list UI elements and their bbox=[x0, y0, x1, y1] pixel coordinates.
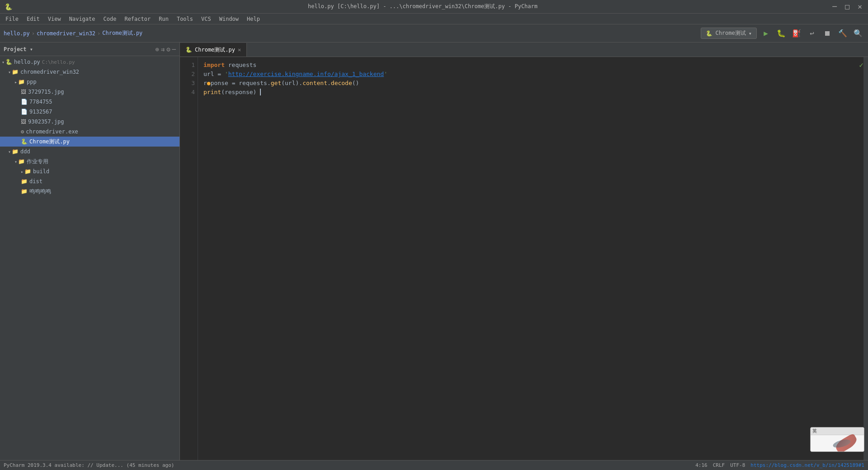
minimize-button[interactable]: ─ bbox=[830, 2, 839, 11]
status-cursor-pos[interactable]: 4:16 bbox=[695, 462, 708, 468]
tree-item-miao[interactable]: 📁 鸣鸣鸣鸣 bbox=[0, 186, 179, 196]
tree-item-chromedriver-exe[interactable]: ⚙ chromedriver.exe bbox=[0, 127, 179, 137]
breadcrumb-chrome-test[interactable]: Chrome测试.py bbox=[102, 29, 142, 37]
code-line-1: import requests bbox=[203, 61, 858, 70]
editor-tabs: 🐍 Chrome测试.py ✕ bbox=[180, 43, 868, 57]
run-button[interactable]: ▶ bbox=[760, 27, 772, 40]
tab-name: Chrome测试.py bbox=[195, 46, 235, 54]
window-controls[interactable]: ─ □ ✕ bbox=[830, 2, 864, 11]
code-line-3: r●ponse = requests.get(url).content.deco… bbox=[203, 79, 858, 88]
maximize-button[interactable]: □ bbox=[843, 2, 852, 11]
breadcrumb-chromedriver[interactable]: chromedriver_win32 bbox=[37, 30, 95, 37]
tree-item-dist[interactable]: 📁 dist bbox=[0, 176, 179, 186]
title-bar: 🐍 hello.py [C:\hello.py] - ...\chromedri… bbox=[0, 0, 868, 14]
tree-item-zuoye[interactable]: ▾ 📁 作业专用 bbox=[0, 157, 179, 166]
menu-vcs[interactable]: VCS bbox=[198, 15, 215, 23]
status-bar: PyCharm 2019.3.4 available: // Update...… bbox=[0, 460, 868, 470]
project-panel-title: Project ▾ bbox=[4, 46, 33, 52]
toolbar: hello.py › chromedriver_win32 › Chrome测试… bbox=[0, 24, 868, 43]
sidebar-panel-icons: ⊕ ⇉ ⚙ ─ bbox=[155, 46, 176, 53]
debug-button[interactable]: 🐛 bbox=[775, 27, 788, 40]
rerun-button[interactable]: ↩ bbox=[806, 27, 818, 40]
sidebar-header: Project ▾ ⊕ ⇉ ⚙ ─ bbox=[0, 43, 179, 56]
menu-navigate[interactable]: Navigate bbox=[66, 15, 99, 23]
line-numbers: 1 2 3 4 bbox=[180, 57, 198, 460]
status-update-text: PyCharm 2019.3.4 available: // Update...… bbox=[4, 462, 175, 468]
coverage-button[interactable]: ⛽ bbox=[790, 27, 803, 40]
tree-item-9132567[interactable]: 📄 9132567 bbox=[0, 107, 179, 117]
menu-run[interactable]: Run bbox=[155, 15, 172, 23]
widget-lang: 英 bbox=[812, 428, 817, 433]
search-button[interactable]: 🔍 bbox=[852, 27, 864, 40]
status-right: 4:16 CRLF UTF-8 https://blog.csdn.net/v_… bbox=[695, 462, 864, 468]
status-line-ending[interactable]: CRLF bbox=[713, 462, 725, 468]
tab-close-button[interactable]: ✕ bbox=[238, 47, 241, 53]
stop-button[interactable]: ⏹ bbox=[821, 27, 834, 40]
menu-file[interactable]: File bbox=[2, 15, 22, 23]
breadcrumb-hello[interactable]: hello.py bbox=[4, 30, 30, 37]
tree-item-ppp[interactable]: ▸ 📁 ppp bbox=[0, 77, 179, 87]
scrollbar-right[interactable] bbox=[863, 57, 868, 460]
main-area: Project ▾ ⊕ ⇉ ⚙ ─ ▾ 🐍 hello.pyC:\hello.p… bbox=[0, 43, 868, 460]
tree-item-chromedriver-win32[interactable]: ▾ 📁 chromedriver_win32 bbox=[0, 67, 179, 77]
code-line-4: print(response) bbox=[203, 88, 858, 97]
tree-item-hello-py[interactable]: ▾ 🐍 hello.pyC:\hello.py bbox=[0, 57, 179, 67]
toolbar-right: 🐍 Chrome测试 ▾ ▶ 🐛 ⛽ ↩ ⏹ 🔨 🔍 bbox=[701, 27, 864, 40]
menu-edit[interactable]: Edit bbox=[23, 15, 43, 23]
status-encoding[interactable]: UTF-8 bbox=[730, 462, 745, 468]
sidebar-icon-locate[interactable]: ⊕ bbox=[155, 46, 159, 53]
sidebar-icon-settings[interactable]: ⚙ bbox=[166, 46, 170, 53]
run-config-name: Chrome测试 bbox=[715, 29, 745, 37]
menu-refactor[interactable]: Refactor bbox=[121, 15, 154, 23]
breadcrumb: hello.py › chromedriver_win32 › Chrome测试… bbox=[4, 29, 698, 37]
code-line-2: url = 'http://exercise.kingname.info/aja… bbox=[203, 70, 858, 79]
tree-item-7784755[interactable]: 📄 7784755 bbox=[0, 97, 179, 107]
editor-area: 🐍 Chrome测试.py ✕ ✓ 1 2 3 4 import request… bbox=[180, 43, 868, 460]
tree-item-9302357[interactable]: 🖼 9302357.jpg bbox=[0, 117, 179, 127]
tree-item-ddd[interactable]: ▾ 📁 ddd bbox=[0, 147, 179, 157]
tree-item-3729715[interactable]: 🖼 3729715.jpg bbox=[0, 87, 179, 97]
app-icon: 🐍 bbox=[4, 2, 13, 11]
menu-bar: File Edit View Navigate Code Refactor Ru… bbox=[0, 14, 868, 24]
tree-item-build[interactable]: ▸ 📁 build bbox=[0, 166, 179, 176]
menu-tools[interactable]: Tools bbox=[173, 15, 197, 23]
menu-code[interactable]: Code bbox=[100, 15, 120, 23]
editor-tab-chrome-test[interactable]: 🐍 Chrome测试.py ✕ bbox=[180, 43, 247, 57]
run-config-selector[interactable]: 🐍 Chrome测试 ▾ bbox=[701, 28, 757, 39]
sidebar-icon-collapse[interactable]: ⇉ bbox=[161, 46, 165, 53]
tab-python-icon: 🐍 bbox=[185, 47, 192, 53]
menu-help[interactable]: Help bbox=[243, 15, 264, 23]
window-title: hello.py [C:\hello.py] - ...\chromedrive… bbox=[15, 3, 830, 10]
status-update-notice[interactable]: PyCharm 2019.3.4 available: // Update...… bbox=[4, 462, 690, 468]
project-sidebar: Project ▾ ⊕ ⇉ ⚙ ─ ▾ 🐍 hello.pyC:\hello.p… bbox=[0, 43, 180, 460]
floating-widget[interactable]: 英 bbox=[810, 427, 864, 452]
widget-header: 英 bbox=[811, 427, 864, 435]
close-button[interactable]: ✕ bbox=[855, 2, 864, 11]
menu-window[interactable]: Window bbox=[216, 15, 242, 23]
menu-view[interactable]: View bbox=[44, 15, 65, 23]
gutter-check-icon: ✓ bbox=[859, 61, 863, 69]
build-button[interactable]: 🔨 bbox=[836, 27, 849, 40]
widget-content[interactable] bbox=[811, 435, 864, 451]
file-tree: ▾ 🐍 hello.pyC:\hello.py ▾ 📁 chromedriver… bbox=[0, 56, 179, 460]
code-editor[interactable]: ✓ 1 2 3 4 import requestsurl = 'http://e… bbox=[180, 57, 868, 460]
sidebar-icon-hide[interactable]: ─ bbox=[172, 46, 176, 53]
tree-item-chrome-test-py[interactable]: 🐍 Chrome测试.py bbox=[0, 137, 179, 147]
code-content[interactable]: import requestsurl = 'http://exercise.ki… bbox=[198, 57, 863, 460]
status-url[interactable]: https://blog.csdn.net/v_b/in/1425189#1 bbox=[750, 462, 864, 468]
